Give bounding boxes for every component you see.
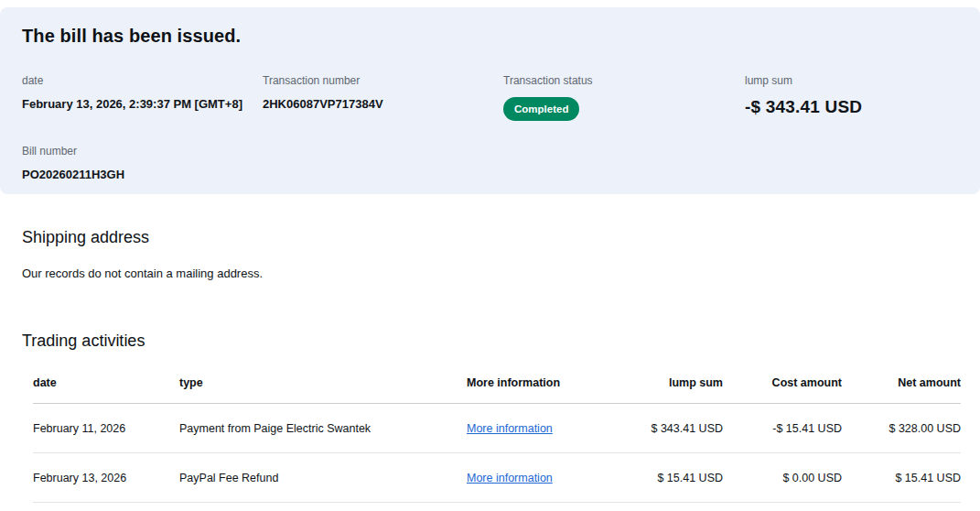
transaction-number-value: 2HK06087VP717384V	[263, 97, 503, 111]
col-header-date: date	[33, 364, 179, 403]
shipping-address-section: Shipping address Our records do not cont…	[0, 228, 980, 280]
cell-cost-amount: $ 0.00 USD	[723, 453, 842, 502]
date-value: February 13, 2026, 2:39:37 PM [GMT+8]	[22, 97, 263, 111]
field-bill-number: Bill number PO20260211H3GH	[22, 145, 958, 181]
transaction-status-label: Transaction status	[503, 74, 745, 87]
col-header-lump-sum: lump sum	[604, 364, 723, 403]
page-title: The bill has been issued.	[22, 26, 958, 47]
cell-type: PayPal Fee Refund	[179, 453, 467, 502]
field-transaction-status: Transaction status Completed	[503, 74, 745, 121]
lump-sum-label: lump sum	[745, 74, 958, 87]
transaction-summary: date February 13, 2026, 2:39:37 PM [GMT+…	[22, 74, 958, 121]
field-date: date February 13, 2026, 2:39:37 PM [GMT+…	[22, 74, 263, 121]
shipping-address-heading: Shipping address	[22, 228, 958, 247]
transaction-number-label: Transaction number	[263, 74, 503, 87]
trading-activities-heading: Trading activities	[22, 332, 958, 351]
cell-date: February 11, 2026	[33, 404, 179, 452]
table-row: February 13, 2026 PayPal Fee Refund More…	[33, 453, 961, 503]
more-information-link[interactable]: More information	[467, 472, 553, 484]
status-badge: Completed	[503, 97, 579, 121]
table-row: February 11, 2026 Payment from Paige Ele…	[33, 404, 961, 453]
table-header-row: date type More information lump sum Cost…	[33, 364, 961, 404]
bill-issued-banner: The bill has been issued. date February …	[0, 7, 980, 194]
col-header-cost-amount: Cost amount	[723, 364, 842, 403]
cell-net-amount: $ 328.00 USD	[842, 404, 961, 452]
shipping-address-message: Our records do not contain a mailing add…	[22, 266, 958, 280]
date-label: date	[22, 74, 263, 87]
cell-cost-amount: -$ 15.41 USD	[723, 404, 842, 452]
cell-type: Payment from Paige Electric Swantek	[179, 404, 467, 452]
col-header-net-amount: Net amount	[842, 364, 961, 403]
cell-lump-sum: $ 343.41 USD	[604, 404, 723, 452]
field-transaction-number: Transaction number 2HK06087VP717384V	[263, 74, 503, 121]
col-header-type: type	[179, 364, 467, 403]
cell-lump-sum: $ 15.41 USD	[604, 453, 723, 502]
cell-date: February 13, 2026	[33, 453, 179, 502]
trading-activities-section: Trading activities	[0, 332, 980, 351]
bill-number-label: Bill number	[22, 145, 958, 158]
trading-activities-table: date type More information lump sum Cost…	[33, 364, 961, 503]
lump-sum-value: -$ 343.41 USD	[745, 97, 958, 117]
field-lump-sum: lump sum -$ 343.41 USD	[745, 74, 958, 121]
col-header-more-information: More information	[467, 364, 604, 403]
bill-number-value: PO20260211H3GH	[22, 168, 958, 181]
more-information-link[interactable]: More information	[467, 422, 553, 435]
cell-net-amount: $ 15.41 USD	[842, 453, 961, 502]
